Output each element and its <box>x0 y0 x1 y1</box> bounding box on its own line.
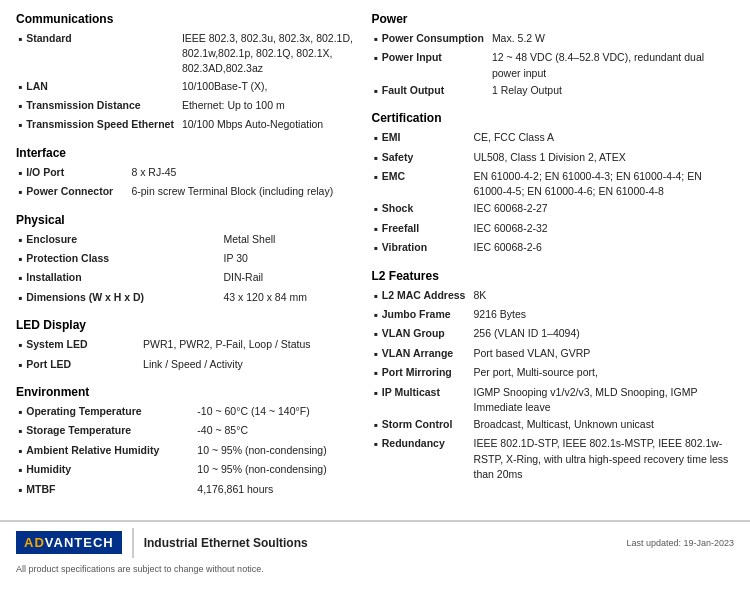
label: Shock <box>382 201 414 216</box>
led-table: ▪System LED PWR1, PWR2, P-Fail, Loop / S… <box>16 336 356 375</box>
power-table: ▪Power Consumption Max. 5.2 W ▪Power Inp… <box>372 30 734 101</box>
bullet-icon: ▪ <box>18 462 22 479</box>
table-row: ▪L2 MAC Address 8K <box>372 287 734 306</box>
value: IP 30 <box>222 250 356 269</box>
bullet-icon: ▪ <box>374 307 378 324</box>
label: Power Input <box>382 50 442 65</box>
value: IEEE 802.1D-STP, IEEE 802.1s-MSTP, IEEE … <box>472 435 734 483</box>
led-title: LED Display <box>16 318 356 332</box>
value: Link / Speed / Activity <box>141 356 355 375</box>
power-title: Power <box>372 12 734 26</box>
bullet-icon: ▪ <box>374 50 378 67</box>
label: Installation <box>26 270 81 285</box>
table-row: ▪Transmission Speed Ethernet 10/100 Mbps… <box>16 116 356 135</box>
footer-note: All product specifications are subject t… <box>0 564 750 578</box>
value: UL508, Class 1 Division 2, ATEX <box>472 149 734 168</box>
value: PWR1, PWR2, P-Fail, Loop / Status <box>141 336 355 355</box>
value: IEC 60068-2-6 <box>472 239 734 258</box>
bullet-icon: ▪ <box>374 417 378 434</box>
value: DIN-Rail <box>222 269 356 288</box>
label: Redundancy <box>382 436 445 451</box>
value: Per port, Multi-source port, <box>472 364 734 383</box>
table-row: ▪System LED PWR1, PWR2, P-Fail, Loop / S… <box>16 336 356 355</box>
bullet-icon: ▪ <box>18 251 22 268</box>
label: System LED <box>26 337 87 352</box>
table-row: ▪VLAN Group 256 (VLAN ID 1–4094) <box>372 325 734 344</box>
table-row: ▪Storm Control Broadcast, Multicast, Unk… <box>372 416 734 435</box>
bullet-icon: ▪ <box>18 270 22 287</box>
bullet-icon: ▪ <box>374 130 378 147</box>
label: L2 MAC Address <box>382 288 466 303</box>
value: CE, FCC Class A <box>472 129 734 148</box>
value: IEEE 802.3, 802.3u, 802.3x, 802.1D, 802.… <box>180 30 356 78</box>
bullet-icon: ▪ <box>18 232 22 249</box>
table-row: ▪Power Input 12 ~ 48 VDC (8.4–52.8 VDC),… <box>372 49 734 81</box>
label: Safety <box>382 150 414 165</box>
bullet-icon: ▪ <box>374 385 378 402</box>
label: Power Consumption <box>382 31 484 46</box>
value: Port based VLAN, GVRP <box>472 345 734 364</box>
footer-tagline: Industrial Ethernet Soultions <box>144 536 308 550</box>
bullet-icon: ▪ <box>374 201 378 218</box>
label: Standard <box>26 31 72 46</box>
physical-title: Physical <box>16 213 356 227</box>
label: Port LED <box>26 357 71 372</box>
bullet-icon: ▪ <box>374 288 378 305</box>
label: Storage Temperature <box>26 423 131 438</box>
bullet-icon: ▪ <box>18 165 22 182</box>
value: EN 61000-4-2; EN 61000-4-3; EN 61000-4-4… <box>472 168 734 200</box>
value: 9216 Bytes <box>472 306 734 325</box>
table-row: ▪Power Connector 6-pin screw Terminal Bl… <box>16 183 356 202</box>
bullet-icon: ▪ <box>374 326 378 343</box>
l2features-title: L2 Features <box>372 269 734 283</box>
table-row: ▪Storage Temperature -40 ~ 85°C <box>16 422 356 441</box>
bullet-icon: ▪ <box>374 221 378 238</box>
table-row: ▪I/O Port 8 x RJ-45 <box>16 164 356 183</box>
label: Enclosure <box>26 232 77 247</box>
label: Transmission Distance <box>26 98 140 113</box>
label: Transmission Speed Ethernet <box>26 117 174 132</box>
bullet-icon: ▪ <box>374 169 378 186</box>
bullet-icon: ▪ <box>18 423 22 440</box>
value: Broadcast, Multicast, Unknown unicast <box>472 416 734 435</box>
left-column: Communications ▪Standard IEEE 802.3, 802… <box>16 12 366 502</box>
value: 43 x 120 x 84 mm <box>222 289 356 308</box>
table-row: ▪Port Mirroring Per port, Multi-source p… <box>372 364 734 383</box>
table-row: ▪Installation DIN-Rail <box>16 269 356 288</box>
label: VLAN Arrange <box>382 346 453 361</box>
communications-title: Communications <box>16 12 356 26</box>
value: 10 ~ 95% (non-condensing) <box>195 461 355 480</box>
table-row: ▪Jumbo Frame 9216 Bytes <box>372 306 734 325</box>
label: Storm Control <box>382 417 453 432</box>
table-row: ▪Ambient Relative Humidity 10 ~ 95% (non… <box>16 442 356 461</box>
interface-table: ▪I/O Port 8 x RJ-45 ▪Power Connector 6-p… <box>16 164 356 203</box>
label: Power Connector <box>26 184 113 199</box>
environment-title: Environment <box>16 385 356 399</box>
value: 4,176,861 hours <box>195 481 355 500</box>
bullet-icon: ▪ <box>374 365 378 382</box>
bullet-icon: ▪ <box>18 404 22 421</box>
label: Vibration <box>382 240 427 255</box>
table-row: ▪Port LED Link / Speed / Activity <box>16 356 356 375</box>
label: Freefall <box>382 221 419 236</box>
table-row: ▪Standard IEEE 802.3, 802.3u, 802.3x, 80… <box>16 30 356 78</box>
bullet-icon: ▪ <box>18 357 22 374</box>
bullet-icon: ▪ <box>18 443 22 460</box>
table-row: ▪Dimensions (W x H x D) 43 x 120 x 84 mm <box>16 289 356 308</box>
l2features-table: ▪L2 MAC Address 8K ▪Jumbo Frame 9216 Byt… <box>372 287 734 483</box>
table-row: ▪Fault Output 1 Relay Output <box>372 82 734 101</box>
table-row: ▪EMI CE, FCC Class A <box>372 129 734 148</box>
footer-left: ADVANTECH Industrial Ethernet Soultions <box>16 528 308 558</box>
certification-table: ▪EMI CE, FCC Class A ▪Safety UL508, Clas… <box>372 129 734 258</box>
communications-table: ▪Standard IEEE 802.3, 802.3u, 802.3x, 80… <box>16 30 356 136</box>
value: 10 ~ 95% (non-condensing) <box>195 442 355 461</box>
label: Port Mirroring <box>382 365 452 380</box>
table-row: ▪Protection Class IP 30 <box>16 250 356 269</box>
table-row: ▪Humidity 10 ~ 95% (non-condensing) <box>16 461 356 480</box>
value: IEC 60068-2-27 <box>472 200 734 219</box>
bullet-icon: ▪ <box>18 337 22 354</box>
bullet-icon: ▪ <box>18 482 22 499</box>
table-row: ▪Shock IEC 60068-2-27 <box>372 200 734 219</box>
table-row: ▪LAN 10/100Base-T (X), <box>16 78 356 97</box>
right-column: Power ▪Power Consumption Max. 5.2 W ▪Pow… <box>366 12 734 502</box>
